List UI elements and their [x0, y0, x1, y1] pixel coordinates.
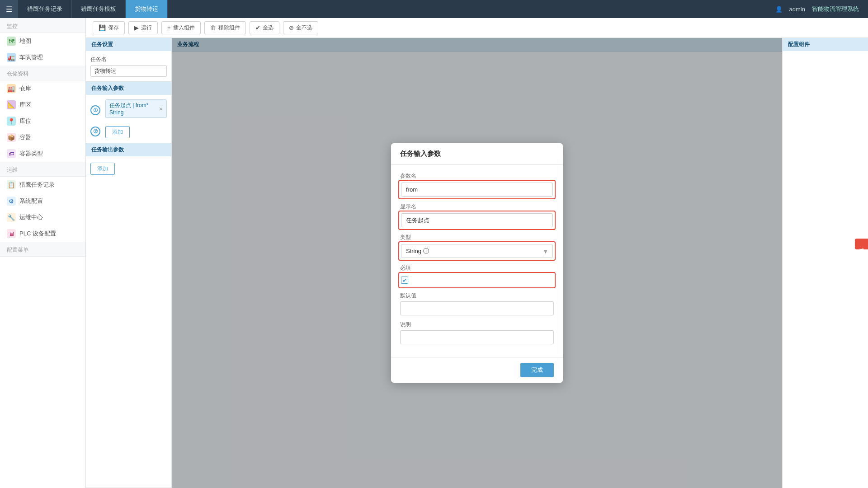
- default-value-field: 默认值: [400, 292, 554, 315]
- run-icon: ▶: [134, 24, 139, 31]
- location-icon: 📍: [7, 117, 16, 126]
- display-name-highlight: [398, 211, 556, 230]
- main-layout: 监控 🗺 地图 🚛 车队管理 仓储资料 🏭 仓库 📐 库区 📍 库位 📦 容器 …: [0, 18, 868, 488]
- param-name-highlight: [398, 180, 556, 199]
- username: admin: [789, 6, 805, 13]
- save-button[interactable]: 💾 保存: [93, 21, 125, 34]
- display-name-input[interactable]: [401, 213, 553, 227]
- modal-complete-button[interactable]: 完成: [520, 363, 554, 377]
- insert-component-button[interactable]: + 插入组件: [161, 21, 201, 34]
- sidebar-item-sysconfig[interactable]: ⚙ 系统配置: [0, 193, 85, 209]
- zone-icon: 📐: [7, 100, 16, 109]
- left-panel: 任务设置 任务名 任务输入参数 ① 任务起点 | from* String ×: [86, 38, 172, 488]
- type-field: 类型 String ⓘ Integer Boolean Float: [400, 234, 554, 261]
- param-name-field: 参数名: [400, 172, 554, 199]
- task-input-param-modal: 任务输入参数 参数名 显示名: [391, 143, 563, 383]
- output-params-section: 任务输出参数 添加: [86, 143, 171, 488]
- required-highlight: ✔: [398, 272, 556, 288]
- top-nav-right: 👤 admin 智能物流管理系统: [775, 5, 868, 13]
- sidebar-group-monitor: 监控: [0, 18, 85, 33]
- modal-overlay: 任务输入参数 参数名 显示名: [172, 38, 782, 488]
- description-label: 说明: [400, 321, 554, 328]
- sidebar-item-zone[interactable]: 📐 库区: [0, 97, 85, 113]
- right-panel: 配置组件: [782, 38, 868, 488]
- modal-header: 任务输入参数: [391, 143, 563, 165]
- sidebar-item-map[interactable]: 🗺 地图: [0, 33, 85, 49]
- add-output-param-button[interactable]: 添加: [90, 163, 115, 175]
- required-label: 必填: [400, 264, 554, 272]
- delete-component-button[interactable]: 🗑 移除组件: [204, 21, 246, 34]
- input-params-header: 任务输入参数: [86, 82, 171, 95]
- display-name-field: 显示名: [400, 203, 554, 230]
- output-params-header: 任务输出参数: [86, 143, 171, 156]
- select-all-button[interactable]: ✔ 全选: [250, 21, 279, 34]
- sysconfig-icon: ⚙: [7, 197, 16, 206]
- input-params-body: ① 任务起点 | from* String × ② 添加: [86, 95, 171, 143]
- top-nav: ☰ 猎鹰任务记录 猎鹰任务模板 货物转运 👤 admin 智能物流管理系统: [0, 0, 868, 18]
- circle-num-1: ①: [90, 105, 100, 115]
- description-field: 说明: [400, 321, 554, 344]
- task-settings-body: 任务名: [86, 51, 171, 81]
- sidebar-group-config: 配置菜单: [0, 242, 85, 257]
- toolbar: 💾 保存 ▶ 运行 + 插入组件 🗑 移除组件 ✔ 全选 ⊘ 全不选: [86, 18, 868, 38]
- sidebar-group-ops: 运维: [0, 162, 85, 177]
- run-button[interactable]: ▶ 运行: [128, 21, 158, 34]
- required-field: 必填 ✔: [400, 264, 554, 288]
- insert-icon: +: [167, 24, 171, 31]
- modal-body: 参数名 显示名: [391, 165, 563, 357]
- default-value-input[interactable]: [400, 301, 554, 315]
- required-checkbox[interactable]: ✔: [401, 277, 408, 284]
- unselect-all-button[interactable]: ⊘ 全不选: [283, 21, 318, 34]
- display-name-label: 显示名: [400, 203, 554, 211]
- type-select[interactable]: String ⓘ Integer Boolean Float: [401, 244, 553, 258]
- type-select-wrapper: String ⓘ Integer Boolean Float ▼: [401, 244, 553, 258]
- task-name-label: 任务名: [90, 56, 167, 63]
- sidebar-item-plc[interactable]: 🖥 PLC 设备配置: [0, 225, 85, 242]
- save-icon: 💾: [99, 24, 106, 31]
- default-value-label: 默认值: [400, 292, 554, 300]
- plc-icon: 🖥: [7, 229, 16, 238]
- tab-task-log[interactable]: 猎鹰任务记录: [18, 0, 72, 18]
- sidebar: 监控 🗺 地图 🚛 车队管理 仓储资料 🏭 仓库 📐 库区 📍 库位 📦 容器 …: [0, 18, 86, 488]
- center-panel: 业务流程 任务输入参数 参数名: [172, 38, 782, 488]
- feedback-button[interactable]: 反馈: [855, 239, 868, 249]
- task-name-input[interactable]: [90, 65, 167, 77]
- sidebar-item-location[interactable]: 📍 库位: [0, 113, 85, 129]
- tab-task-template[interactable]: 猎鹰任务模板: [72, 0, 126, 18]
- task-settings-header: 任务设置: [86, 38, 171, 51]
- sidebar-item-containertype[interactable]: 🏷 容器类型: [0, 145, 85, 162]
- output-params-body: 添加: [86, 156, 171, 179]
- menu-icon[interactable]: ☰: [0, 0, 18, 18]
- sidebar-item-maintenance[interactable]: 🔧 运维中心: [0, 209, 85, 225]
- fleet-icon: 🚛: [7, 53, 16, 62]
- sidebar-item-warehouse[interactable]: 🏭 仓库: [0, 80, 85, 97]
- required-checkbox-row: ✔: [401, 277, 553, 284]
- param-name-label: 参数名: [400, 172, 554, 180]
- right-panel-header: 配置组件: [783, 38, 868, 51]
- description-input[interactable]: [400, 330, 554, 344]
- sidebar-item-fleet[interactable]: 🚛 车队管理: [0, 49, 85, 66]
- sidebar-item-container[interactable]: 📦 容器: [0, 129, 85, 145]
- tab-cargo-transfer[interactable]: 货物转运: [126, 0, 168, 18]
- system-name: 智能物流管理系统: [812, 5, 859, 13]
- delete-icon: 🗑: [210, 24, 216, 31]
- add-input-param-button[interactable]: 添加: [105, 126, 130, 138]
- warehouse-icon: 🏭: [7, 84, 16, 93]
- sidebar-item-tasklog[interactable]: 📋 猎鹰任务记录: [0, 177, 85, 193]
- type-highlight: String ⓘ Integer Boolean Float ▼: [398, 241, 556, 261]
- main-content: 💾 保存 ▶ 运行 + 插入组件 🗑 移除组件 ✔ 全选 ⊘ 全不选: [86, 18, 868, 488]
- unselect-all-icon: ⊘: [289, 24, 294, 31]
- select-all-icon: ✔: [255, 24, 260, 31]
- param-tag-from: 任务起点 | from* String ×: [105, 99, 167, 118]
- containertype-icon: 🏷: [7, 149, 16, 158]
- input-params-section: 任务输入参数 ① 任务起点 | from* String × ② 添加: [86, 82, 171, 143]
- param-tag-close[interactable]: ×: [159, 105, 163, 113]
- modal-footer: 完成: [391, 357, 563, 383]
- user-icon: 👤: [775, 6, 783, 13]
- container-icon: 📦: [7, 133, 16, 142]
- task-settings-section: 任务设置 任务名: [86, 38, 171, 82]
- map-icon: 🗺: [7, 37, 16, 46]
- tasklog-icon: 📋: [7, 180, 16, 189]
- sidebar-group-warehouse: 仓储资料: [0, 66, 85, 80]
- param-name-input[interactable]: [401, 183, 553, 197]
